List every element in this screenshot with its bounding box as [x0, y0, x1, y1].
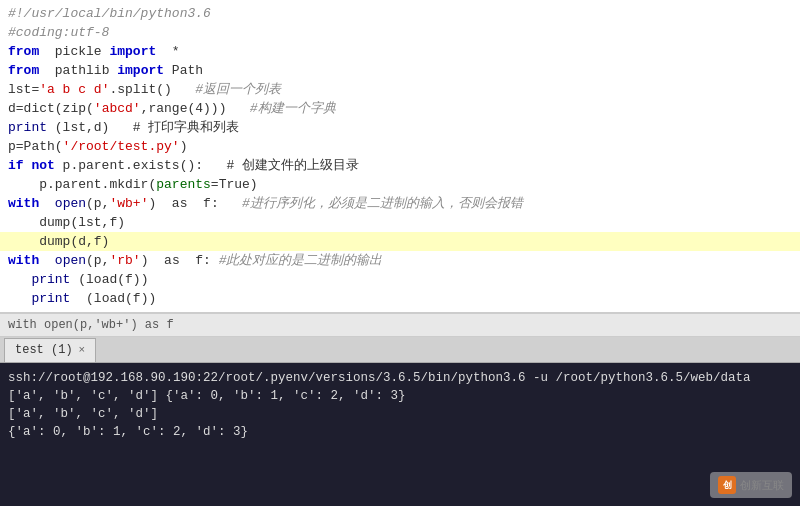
keyword: with: [8, 251, 39, 270]
function: open: [55, 251, 86, 270]
code-line-14: with open(p,'rb') as f: #此处对应的是二进制的输出: [0, 251, 800, 270]
comment: #此处对应的是二进制的输出: [219, 251, 383, 270]
terminal-area: ssh://root@192.168.90.190:22/root/.pyenv…: [0, 363, 800, 506]
watermark-logo: 创: [718, 476, 736, 494]
code-line-15: print (load(f)): [0, 270, 800, 289]
code-text: [39, 194, 55, 213]
code-line-7: print (lst,d) # 打印字典和列表: [0, 118, 800, 137]
tab-bar: test (1) ×: [0, 337, 800, 363]
code-text: ): [180, 137, 188, 156]
function: print: [31, 270, 70, 289]
code-text: ,range(4))): [141, 99, 250, 118]
function: open: [55, 194, 86, 213]
code-line-10: p.parent.mkdir(parents=True): [0, 175, 800, 194]
code-text: (load(f)): [70, 270, 148, 289]
code-text: ) as f:: [148, 194, 242, 213]
code-text: p=Path(: [8, 137, 63, 156]
string: 'abcd': [94, 99, 141, 118]
code-text: =True): [211, 175, 258, 194]
keyword: from: [8, 61, 39, 80]
code-text: p.parent.mkdir(: [8, 175, 156, 194]
code-line-3: from pickle import *: [0, 42, 800, 61]
code-line-13: dump(d,f): [0, 232, 800, 251]
terminal-line: ['a', 'b', 'c', 'd'] {'a': 0, 'b': 1, 'c…: [8, 387, 792, 405]
terminal-line: {'a': 0, 'b': 1, 'c': 2, 'd': 3}: [8, 423, 792, 441]
code-line-9: if not p.parent.exists(): # 创建文件的上级目录: [0, 156, 800, 175]
terminal-section: ssh://root@192.168.90.190:22/root/.pyenv…: [0, 363, 800, 506]
code-line-12: dump(lst,f): [0, 213, 800, 232]
code-text: (p,: [86, 251, 109, 270]
code-line-5: lst='a b c d'.split() #返回一个列表: [0, 80, 800, 99]
code-text: p.parent.exists(): # 创建文件的上级目录: [55, 156, 359, 175]
keyword: from: [8, 42, 39, 61]
tooltip-bar: with open(p,'wb+') as f: [0, 313, 800, 337]
tab-label: test (1): [15, 343, 73, 357]
watermark: 创 创新互联: [710, 472, 792, 498]
code-text: lst=: [8, 80, 39, 99]
watermark-text: 创新互联: [740, 478, 784, 493]
code-text: *: [156, 42, 179, 61]
code-text: [8, 270, 31, 289]
code-text: (lst,d) # 打印字典和列表: [47, 118, 239, 137]
comment: #返回一个列表: [195, 80, 281, 99]
string: 'rb': [109, 251, 140, 270]
code-text: pickle: [39, 42, 109, 61]
comment: #构建一个字典: [250, 99, 336, 118]
tooltip-text: with open(p,'wb+') as f: [8, 318, 174, 332]
keyword: if not: [8, 156, 55, 175]
tab-close-icon[interactable]: ×: [79, 344, 86, 356]
code-line-11: with open(p,'wb+') as f: #进行序列化，必须是二进制的输…: [0, 194, 800, 213]
string: 'wb+': [109, 194, 148, 213]
code-line-1: #!/usr/local/bin/python3.6: [0, 4, 800, 23]
line-content: #!/usr/local/bin/python3.6: [8, 4, 211, 23]
editor-area: #!/usr/local/bin/python3.6 #coding:utf-8…: [0, 0, 800, 313]
code-text: ) as f:: [141, 251, 219, 270]
string: 'a b c d': [39, 80, 109, 99]
code-line-6: d=dict(zip('abcd',range(4))) #构建一个字典: [0, 99, 800, 118]
code-text: (p,: [86, 194, 109, 213]
code-text: pathlib: [39, 61, 117, 80]
terminal-line: ssh://root@192.168.90.190:22/root/.pyenv…: [8, 369, 792, 387]
code-text: dump(d,f): [8, 232, 109, 251]
code-text: (load(f)): [70, 289, 156, 308]
tab-item[interactable]: test (1) ×: [4, 338, 96, 362]
code-text: Path: [164, 61, 203, 80]
param: parents: [156, 175, 211, 194]
code-line-2: #coding:utf-8: [0, 23, 800, 42]
main-container: #!/usr/local/bin/python3.6 #coding:utf-8…: [0, 0, 800, 506]
function: print: [8, 118, 47, 137]
code-line-4: from pathlib import Path: [0, 61, 800, 80]
keyword: with: [8, 194, 39, 213]
code-text: d=dict(zip(: [8, 99, 94, 118]
comment: #进行序列化，必须是二进制的输入，否则会报错: [242, 194, 523, 213]
code-line-16: print (load(f)): [0, 289, 800, 308]
keyword: import: [109, 42, 156, 61]
code-text: [39, 251, 55, 270]
keyword: import: [117, 61, 164, 80]
code-text: .split(): [109, 80, 195, 99]
line-content: #coding:utf-8: [8, 23, 109, 42]
code-line-8: p=Path('/root/test.py'): [0, 137, 800, 156]
string: '/root/test.py': [63, 137, 180, 156]
code-text: dump(lst,f): [8, 213, 125, 232]
code-text: [8, 289, 31, 308]
function: print: [31, 289, 70, 308]
terminal-line: ['a', 'b', 'c', 'd']: [8, 405, 792, 423]
